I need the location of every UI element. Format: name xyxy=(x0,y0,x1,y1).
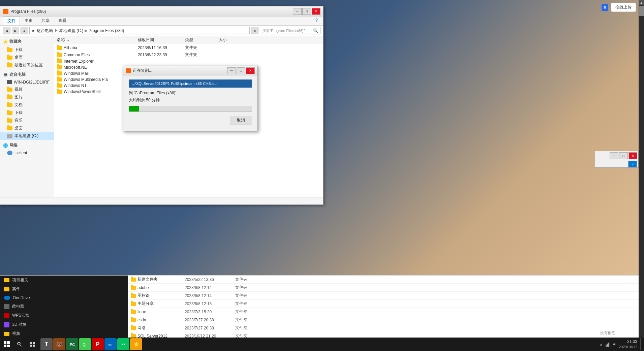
bottom-sidebar-label-onedrive: OneDrive xyxy=(13,295,30,300)
tab-file[interactable]: 文件 xyxy=(3,17,20,25)
folder-small-icon xyxy=(4,278,9,282)
bottom-file-row-6[interactable]: 网络 2023/7/27 20:38 文件夹 xyxy=(128,324,639,332)
bottom-sidebar-label-video: 视频 xyxy=(12,331,20,337)
sw-minimize[interactable]: ─ xyxy=(610,152,618,159)
file-row-commonfiles[interactable]: Common Files 2013/8/22 23:39 文件夹 xyxy=(54,51,323,58)
bottom-sidebar-item-video[interactable]: 视频 xyxy=(0,329,128,338)
bfr-date-7: 2023/10/12 21:20 xyxy=(185,334,216,338)
network-icon: 🌐 xyxy=(3,143,8,148)
refresh-button[interactable]: ↻ xyxy=(251,27,258,34)
forward-button[interactable]: ▶ xyxy=(12,27,19,34)
bottom-file-list: 新建文件夹 2023/5/22 13:36 文件夹 adobe 2023/6/8… xyxy=(128,276,639,338)
dialog-body: ...\SQLServer2012SP1-FullSlipstream-x86-… xyxy=(123,75,257,129)
dialog-maximize[interactable]: □ xyxy=(237,67,245,74)
svg-text:Qt: Qt xyxy=(83,343,87,347)
folder-icon xyxy=(131,294,136,298)
help-button[interactable]: ? xyxy=(313,17,320,25)
bfr-date-1: 2023/6/8 12:14 xyxy=(185,285,212,290)
scroll-thumb[interactable] xyxy=(639,6,644,16)
cancel-button[interactable]: 取消 xyxy=(230,116,252,125)
col-size-header[interactable]: 大小 xyxy=(216,37,243,43)
app-wps[interactable]: P xyxy=(92,338,104,350)
sidebar-item-dl[interactable]: 下载 xyxy=(0,109,54,117)
sidebar-item-music[interactable]: 音乐 xyxy=(0,117,54,124)
tab-home[interactable]: 主页 xyxy=(21,17,37,25)
svg-rect-3 xyxy=(33,342,35,344)
start-button[interactable] xyxy=(0,338,13,351)
sidebar-item-desktop[interactable]: 桌面 xyxy=(0,54,54,61)
col-date-header[interactable]: 修改日期 xyxy=(135,37,182,43)
tray-volume[interactable] xyxy=(612,342,617,347)
favorites-header[interactable]: ⭐ 收藏夹 xyxy=(0,37,54,46)
help-icon[interactable]: ? xyxy=(628,161,637,167)
sidebar-item-recent[interactable]: 最近访问的位置 xyxy=(0,61,54,69)
tray-network[interactable] xyxy=(605,342,611,347)
bottom-sidebar-item-onedrive[interactable]: OneDrive xyxy=(0,294,128,302)
close-button[interactable]: ✕ xyxy=(312,8,320,15)
sidebar-item-videos[interactable]: 视频 xyxy=(0,86,54,93)
minimize-button[interactable]: ─ xyxy=(293,8,302,15)
sw-maximize[interactable]: □ xyxy=(619,152,628,159)
app-typora[interactable]: T xyxy=(40,338,53,350)
bfr-type-2: 文件夹 xyxy=(235,293,247,298)
maximize-button[interactable]: □ xyxy=(302,8,311,15)
explorer-window-icon xyxy=(3,9,8,14)
upload-button[interactable]: 拖拽上传 xyxy=(611,3,636,12)
back-button[interactable]: ◀ xyxy=(3,27,10,34)
col-type-header[interactable]: 类型 xyxy=(182,37,216,43)
sidebar-item-docs[interactable]: 文档 xyxy=(0,101,54,109)
sidebar-item-downloads[interactable]: 下载 xyxy=(0,46,54,54)
col-name-header[interactable]: 名称 ▲ xyxy=(54,37,135,43)
address-path[interactable]: ► 这台电脑 ▶ 本地磁盘 (C:) ▶ Program Files (x86) xyxy=(29,27,250,34)
folder-icon xyxy=(57,46,62,50)
up-button[interactable]: ▲ xyxy=(21,27,28,34)
file-row-alibaba[interactable]: Alibaba 2023/8/11 16:39 文件夹 xyxy=(54,44,323,51)
clock-date: 2023/10/12 xyxy=(619,345,637,350)
app-unknown[interactable]: ⭐ xyxy=(130,338,142,350)
tray-arrow[interactable]: ∧ xyxy=(599,342,604,347)
taskbar-search[interactable] xyxy=(13,338,26,350)
app-pycharm[interactable]: PC xyxy=(66,338,78,350)
show-desktop[interactable] xyxy=(640,338,641,350)
thispc-label: 这台电脑 xyxy=(9,72,26,77)
sidebar-item-pictures[interactable]: 图片 xyxy=(0,93,54,101)
sidebar-item-tsclient[interactable]: tsclient xyxy=(0,150,54,156)
app-wechat[interactable] xyxy=(117,338,129,350)
app-bear[interactable]: 🐻 xyxy=(53,338,65,350)
bottom-sidebar-item-wpscld[interactable]: WPS云盘 xyxy=(0,311,128,320)
bottom-sidebar-item-thispc[interactable]: 此电脑 xyxy=(0,302,128,311)
svg-point-14 xyxy=(124,344,125,345)
tab-share[interactable]: 共享 xyxy=(37,17,54,25)
thispc-header[interactable]: 💻 这台电脑 xyxy=(0,70,54,79)
bottom-file-row-5[interactable]: csdn 2023/7/27 20:38 文件夹 xyxy=(128,316,639,324)
dialog-minimize[interactable]: ─ xyxy=(227,67,236,74)
app-vscode[interactable]: VS xyxy=(104,338,117,350)
network-header[interactable]: 🌐 网络 xyxy=(0,141,54,150)
sidebar-item-win[interactable]: WIN-DGI2LJD10RF xyxy=(0,79,54,86)
clock[interactable]: 21:33 2023/10/12 xyxy=(619,339,637,350)
bfr-date-3: 2023/6/8 12:15 xyxy=(185,301,212,306)
bottom-sidebar-item-3d[interactable]: 3D 对象 xyxy=(0,320,128,329)
bottom-file-row-0[interactable]: 新建文件夹 2023/5/22 13:36 文件夹 xyxy=(128,276,639,284)
file-name: Common Files xyxy=(64,53,90,57)
sw-close[interactable]: ✕ xyxy=(628,152,637,159)
bottom-sidebar-item-yinghua[interactable]: 英华 xyxy=(0,285,128,294)
right-scrollbar[interactable]: ▲ ▼ xyxy=(639,0,644,351)
sidebar-item-drive-c[interactable]: 本地磁盘 (C:) xyxy=(0,132,54,140)
bottom-file-row-3[interactable]: 主题分享 2023/6/8 12:15 文件夹 xyxy=(128,300,639,308)
app-qt[interactable]: Qt xyxy=(79,338,91,350)
bottom-sidebar-item-project[interactable]: 项目相关 xyxy=(0,276,128,285)
bottom-file-row-4[interactable]: linux 2023/7/3 15:20 文件夹 xyxy=(128,308,639,316)
search-box[interactable]: 搜索"Program Files (x86)" 🔍 xyxy=(260,27,320,34)
sidebar-item-desk[interactable]: 桌面 xyxy=(0,124,54,132)
bottom-file-row-1[interactable]: adobe 2023/6/8 12:14 文件夹 xyxy=(128,284,639,292)
tab-view[interactable]: 查看 xyxy=(54,17,70,25)
dialog-close[interactable]: ✕ xyxy=(246,67,255,74)
file-row-ie[interactable]: Internet Explorer xyxy=(54,58,323,64)
task-view-button[interactable] xyxy=(26,338,39,351)
bottom-file-row-2[interactable]: 图标篇 2023/6/8 12:14 文件夹 xyxy=(128,292,639,300)
scroll-up[interactable]: ▲ xyxy=(639,0,644,5)
file-name: Alibaba xyxy=(64,45,77,50)
clock-time: 21:33 xyxy=(619,339,637,345)
bottom-file-row-7[interactable]: SQL Server2012 2023/10/12 21:20 文件夹 xyxy=(128,332,639,338)
